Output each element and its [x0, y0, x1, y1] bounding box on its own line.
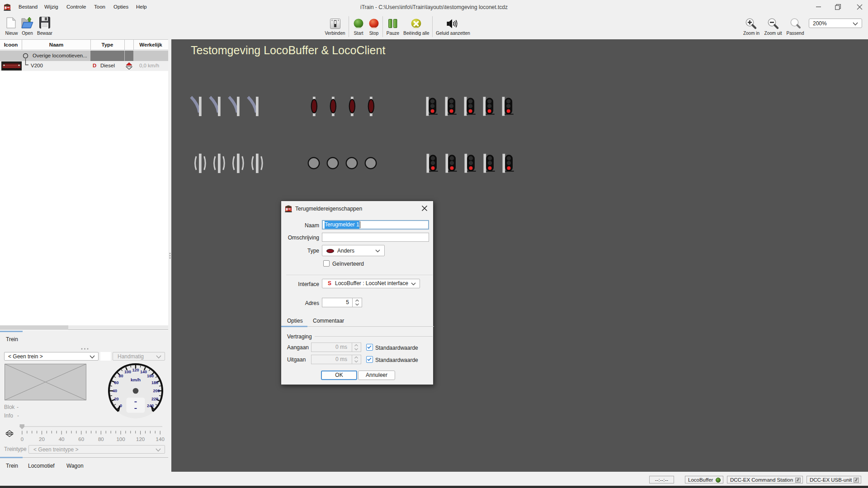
svg-text:100: 100	[116, 436, 125, 442]
svg-text:160: 160	[147, 374, 154, 378]
svg-text:km/h: km/h	[131, 377, 141, 382]
svg-text:120: 120	[136, 436, 145, 442]
svg-text:100: 100	[124, 370, 131, 374]
svg-text:60: 60	[78, 436, 84, 442]
svg-text:80: 80	[98, 436, 104, 442]
svg-text:120: 120	[132, 368, 139, 372]
svg-text:80: 80	[118, 374, 123, 378]
svg-text:140: 140	[156, 436, 165, 442]
svg-text:200: 200	[153, 389, 160, 393]
svg-text:20: 20	[114, 397, 118, 401]
svg-text:40: 40	[59, 436, 65, 442]
svg-text:140: 140	[140, 370, 147, 374]
svg-text:0: 0	[120, 404, 122, 408]
svg-text:40: 40	[113, 389, 117, 393]
svg-text:20: 20	[39, 436, 45, 442]
svg-text:180: 180	[151, 380, 158, 385]
svg-text:240: 240	[147, 404, 154, 408]
svg-text:220: 220	[151, 397, 158, 401]
svg-text:0: 0	[21, 436, 24, 442]
svg-text:60: 60	[114, 380, 118, 385]
